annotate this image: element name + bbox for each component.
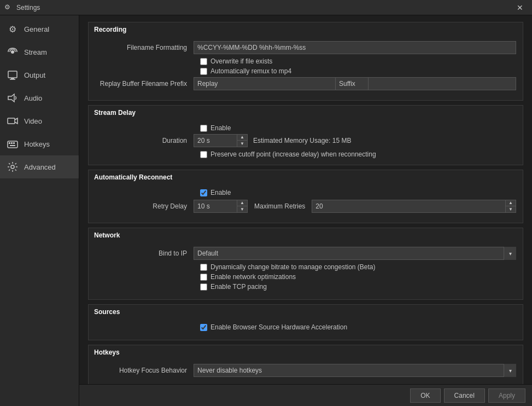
- network-opt-checkbox[interactable]: [200, 274, 207, 281]
- auto-reconnect-header: Automatically Reconnect: [89, 170, 523, 184]
- preserve-label: Preserve cutoff point (increase delay) w…: [211, 150, 376, 158]
- retry-spin-down[interactable]: ▼: [237, 206, 247, 212]
- main-layout: ⚙ General Stream Output: [0, 15, 532, 406]
- suffix-input[interactable]: [369, 77, 516, 90]
- bind-ip-label: Bind to IP: [95, 250, 194, 257]
- sidebar-label-stream: Stream: [24, 48, 47, 56]
- sidebar-item-video[interactable]: Video: [0, 109, 79, 132]
- sidebar-label-general: General: [24, 25, 49, 33]
- apply-button[interactable]: Apply: [488, 388, 525, 403]
- hotkey-focus-row: Hotkey Focus Behavior Never disable hotk…: [95, 364, 516, 377]
- duration-input[interactable]: [194, 134, 237, 147]
- dynamic-bitrate-checkbox[interactable]: [200, 264, 207, 271]
- sidebar-item-advanced[interactable]: Advanced: [0, 155, 79, 178]
- retry-spin-up[interactable]: ▲: [237, 200, 247, 206]
- replay-label: Replay Buffer Filename Prefix: [95, 80, 194, 88]
- svg-rect-7: [9, 142, 10, 144]
- network-opt-row: Enable network optimizations: [200, 273, 516, 281]
- footer-bar: OK Cancel Apply: [79, 384, 532, 406]
- dynamic-bitrate-row: Dynamically change bitrate to manage con…: [200, 263, 516, 271]
- svg-rect-1: [8, 71, 17, 78]
- hotkeys-icon: [7, 138, 19, 150]
- ok-button[interactable]: OK: [410, 388, 440, 403]
- dynamic-bitrate-label: Dynamically change bitrate to manage con…: [211, 263, 376, 271]
- replay-prefix-input[interactable]: [194, 77, 336, 90]
- svg-point-0: [11, 50, 14, 54]
- sidebar-label-video: Video: [24, 117, 42, 125]
- duration-label: Duration: [95, 137, 194, 144]
- bind-ip-select-wrapper: Default: [194, 247, 516, 260]
- sources-section: Sources Enable Browser Source Hardware A…: [88, 304, 523, 340]
- remux-row: Automatically remux to mp4: [200, 67, 516, 75]
- max-retries-spin-buttons: ▲ ▼: [506, 200, 516, 213]
- tcp-pacing-label: Enable TCP pacing: [211, 283, 267, 291]
- advanced-icon: [7, 161, 19, 173]
- sources-body: Enable Browser Source Hardware Accelerat…: [89, 319, 523, 340]
- sidebar-label-output: Output: [24, 71, 45, 79]
- hotkey-focus-label: Hotkey Focus Behavior: [95, 367, 194, 374]
- stream-delay-section: Stream Delay Enable Duration ▲: [88, 105, 523, 165]
- overwrite-checkbox[interactable]: [200, 58, 207, 65]
- sidebar-item-general[interactable]: ⚙ General: [0, 18, 79, 40]
- max-retries-spin-up[interactable]: ▲: [506, 200, 516, 206]
- video-icon: [7, 115, 19, 127]
- bind-ip-select[interactable]: Default: [194, 247, 516, 260]
- recording-section: Recording Filename Formatting Overwrite …: [88, 22, 523, 101]
- duration-row: Duration ▲ ▼ Estimated Memory Usage: 15 …: [95, 134, 516, 147]
- hotkey-focus-select[interactable]: Never disable hotkeys: [194, 364, 516, 377]
- retry-row: Retry Delay ▲ ▼ Maximum Retries: [95, 200, 516, 213]
- hotkeys-section: Hotkeys Hotkey Focus Behavior Never disa…: [88, 345, 523, 384]
- bind-ip-row: Bind to IP Default: [95, 247, 516, 260]
- hotkeys-section-header: Hotkeys: [89, 345, 523, 359]
- svg-rect-10: [10, 145, 15, 146]
- browser-accel-row: Enable Browser Source Hardware Accelerat…: [200, 323, 516, 331]
- delay-enable-checkbox[interactable]: [200, 125, 207, 132]
- auto-reconnect-body: Enable Retry Delay ▲ ▼ Maximum Retries: [89, 184, 523, 223]
- sidebar-label-advanced: Advanced: [24, 163, 56, 171]
- cancel-button[interactable]: Cancel: [444, 388, 485, 403]
- svg-rect-9: [13, 142, 15, 144]
- reconnect-enable-row: Enable: [200, 189, 516, 196]
- max-retries-spin-down[interactable]: ▼: [506, 206, 516, 212]
- overwrite-label: Overwrite if file exists: [211, 57, 272, 65]
- sidebar: ⚙ General Stream Output: [0, 15, 79, 406]
- stream-icon: [7, 46, 19, 58]
- preserve-checkbox[interactable]: [200, 151, 207, 158]
- max-retries-label: Maximum Retries: [254, 202, 312, 210]
- filename-input[interactable]: [194, 41, 516, 54]
- filename-label: Filename Formatting: [95, 44, 194, 51]
- sidebar-item-stream[interactable]: Stream: [0, 40, 79, 63]
- duration-spin-down[interactable]: ▼: [237, 141, 247, 147]
- recording-header: Recording: [89, 22, 523, 37]
- network-section: Network Bind to IP Default: [88, 228, 523, 300]
- sidebar-item-hotkeys[interactable]: Hotkeys: [0, 132, 79, 155]
- scrollable-content[interactable]: Recording Filename Formatting Overwrite …: [79, 15, 532, 384]
- sidebar-item-audio[interactable]: Audio: [0, 86, 79, 109]
- reconnect-enable-checkbox[interactable]: [200, 189, 207, 196]
- max-retries-spin-group: ▲ ▼: [312, 200, 516, 213]
- filename-row: Filename Formatting: [95, 41, 516, 54]
- stream-delay-body: Enable Duration ▲ ▼ Estimated Memory Usa…: [89, 120, 523, 165]
- retry-delay-label: Retry Delay: [95, 202, 194, 210]
- audio-icon: [7, 92, 19, 104]
- suffix-label: Suffix: [336, 77, 369, 90]
- max-retries-input[interactable]: [312, 200, 506, 213]
- sidebar-item-output[interactable]: Output: [0, 63, 79, 86]
- retry-delay-input[interactable]: [194, 200, 237, 213]
- hotkeys-body: Hotkey Focus Behavior Never disable hotk…: [89, 359, 523, 384]
- svg-rect-5: [8, 118, 15, 124]
- remux-checkbox[interactable]: [200, 68, 207, 75]
- duration-spin-up[interactable]: ▲: [237, 135, 247, 141]
- sidebar-label-audio: Audio: [24, 94, 42, 102]
- browser-accel-checkbox[interactable]: [200, 324, 207, 331]
- network-body: Bind to IP Default Dynamically change bi…: [89, 242, 523, 299]
- svg-rect-8: [11, 142, 13, 144]
- close-button[interactable]: ✕: [512, 0, 528, 15]
- general-icon: ⚙: [7, 23, 19, 35]
- retry-spin-group: ▲ ▼: [194, 200, 248, 213]
- preserve-row: Preserve cutoff point (increase delay) w…: [200, 150, 516, 158]
- tcp-pacing-checkbox[interactable]: [200, 283, 207, 291]
- recording-body: Filename Formatting Overwrite if file ex…: [89, 37, 523, 100]
- settings-icon: ⚙: [4, 3, 13, 12]
- replay-row: Replay Buffer Filename Prefix Suffix: [95, 77, 516, 90]
